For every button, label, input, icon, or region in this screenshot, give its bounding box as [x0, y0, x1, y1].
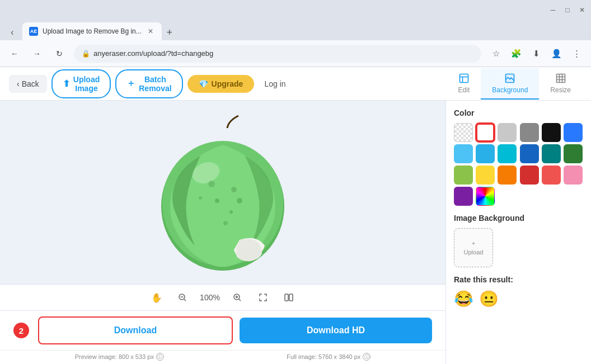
app-toolbar: ‹ Back ⬆ Upload Image ＋ Batch Removal 💎 …: [0, 67, 591, 101]
extension-icon[interactable]: 🧩: [508, 46, 524, 62]
color-purple[interactable]: [454, 187, 473, 206]
rate-title: Rate this result:: [454, 275, 583, 284]
zoom-level: 100%: [200, 293, 220, 302]
download-nav-icon[interactable]: ⬇: [528, 46, 544, 62]
svg-point-6: [231, 187, 237, 192]
titlebar: ─ □ ✕: [0, 0, 591, 20]
active-tab[interactable]: AE Upload Image to Remove Bg in... ✕: [22, 22, 162, 40]
color-green[interactable]: [564, 144, 583, 163]
color-light-gray[interactable]: [498, 123, 517, 142]
batch-label: Batch Removal: [139, 75, 171, 93]
batch-icon: ＋: [126, 78, 135, 89]
image-canvas: [105, 101, 340, 284]
color-blue-mid[interactable]: [520, 144, 539, 163]
preview-info: Preview image: 800 x 533 px ⓘ: [75, 353, 164, 361]
color-red-light[interactable]: [542, 166, 561, 185]
download-button[interactable]: Download: [38, 316, 233, 344]
split-view-button[interactable]: [280, 289, 297, 306]
fullscreen-button[interactable]: [255, 289, 271, 306]
color-black[interactable]: [542, 123, 561, 142]
upload-background-button[interactable]: + Upload: [454, 228, 493, 267]
color-red[interactable]: [520, 166, 539, 185]
color-yellow-green[interactable]: [454, 166, 473, 185]
color-section-title: Color: [454, 108, 583, 117]
login-button[interactable]: Log in: [259, 75, 291, 93]
menu-icon[interactable]: ⋮: [569, 46, 584, 62]
svg-point-11: [237, 198, 242, 204]
color-sky-blue[interactable]: [476, 144, 495, 163]
svg-line-15: [184, 299, 186, 301]
tab-title: Upload Image to Remove Bg in...: [43, 27, 142, 35]
download-hd-button[interactable]: Download HD: [240, 318, 432, 343]
back-label: Back: [22, 79, 39, 88]
minimize-button[interactable]: ─: [548, 6, 557, 15]
resize-icon: [555, 73, 566, 84]
full-info-icon[interactable]: ⓘ: [363, 353, 370, 361]
svg-rect-20: [285, 294, 288, 301]
zoom-in-button[interactable]: [229, 289, 246, 306]
color-teal-dark[interactable]: [542, 144, 561, 163]
upload-bg-plus-icon: +: [472, 240, 475, 247]
svg-line-19: [239, 299, 241, 301]
color-orange[interactable]: [498, 166, 517, 185]
canvas-toolbar: ✋ 100%: [0, 284, 445, 310]
color-yellow[interactable]: [476, 166, 495, 185]
bookmark-icon[interactable]: ☆: [488, 46, 504, 62]
zoom-in-icon: [233, 293, 242, 302]
back-button[interactable]: ‹ Back: [9, 75, 47, 93]
svg-point-9: [208, 181, 215, 187]
color-teal[interactable]: [498, 144, 517, 163]
upgrade-button[interactable]: 💎 Upgrade: [187, 75, 255, 93]
lock-icon: 🔒: [82, 50, 90, 58]
rate-happy[interactable]: 😂: [454, 290, 473, 308]
color-dark-gray[interactable]: [520, 123, 539, 142]
app-content: ✋ 100%: [0, 101, 591, 364]
browser-chrome: ─ □ ✕ ‹ AE Upload Image to Remove Bg in.…: [0, 0, 591, 67]
tab-background[interactable]: Background: [481, 68, 539, 100]
url-input[interactable]: 🔒 anyeraser.com/upload/?td=changebg: [74, 45, 481, 63]
zoom-out-button[interactable]: [174, 289, 191, 306]
color-transparent[interactable]: [454, 123, 473, 142]
svg-point-10: [223, 221, 228, 225]
image-background-section: Image Background + Upload: [454, 214, 583, 267]
batch-removal-button[interactable]: ＋ Batch Removal: [115, 69, 182, 98]
maximize-button[interactable]: □: [563, 6, 572, 15]
bottom-bar: 2 Download Download HD: [0, 310, 445, 350]
forward-nav-button[interactable]: →: [29, 46, 45, 62]
color-blue-light[interactable]: [454, 144, 473, 163]
color-royal-blue[interactable]: [564, 123, 583, 142]
split-view-icon: [284, 293, 293, 302]
tab-bar: ‹ AE Upload Image to Remove Bg in... ✕ +: [0, 20, 591, 40]
rate-neutral[interactable]: 😐: [479, 290, 499, 308]
canvas-main: [0, 101, 445, 284]
upload-image-button[interactable]: ⬆ Upload Image: [51, 69, 111, 98]
color-pink[interactable]: [564, 166, 583, 185]
close-button[interactable]: ✕: [578, 6, 587, 15]
tab-resize[interactable]: Resize: [539, 68, 582, 100]
new-tab-button[interactable]: +: [162, 25, 177, 40]
upgrade-icon: 💎: [199, 79, 208, 88]
preview-info-icon[interactable]: ⓘ: [156, 353, 164, 361]
tab-close-button[interactable]: ✕: [146, 27, 155, 36]
url-text: anyeraser.com/upload/?td=changebg: [93, 49, 213, 58]
svg-point-8: [229, 210, 233, 214]
tab-edit[interactable]: Edit: [447, 68, 481, 100]
color-white-selected[interactable]: [476, 123, 495, 142]
image-info-bar: Preview image: 800 x 533 px ⓘ Full image…: [0, 350, 445, 364]
background-label: Background: [492, 86, 528, 94]
address-bar: ← → ↻ 🔒 anyeraser.com/upload/?td=changeb…: [0, 40, 591, 67]
reload-button[interactable]: ↻: [51, 46, 67, 62]
tab-favicon: AE: [29, 27, 38, 36]
color-custom[interactable]: [476, 187, 495, 206]
sidebar: Color: [445, 101, 591, 364]
tab-prev-icon[interactable]: ‹: [4, 25, 20, 40]
pan-tool-button[interactable]: ✋: [148, 289, 165, 306]
back-nav-button[interactable]: ←: [7, 46, 22, 62]
upload-bg-label: Upload: [464, 249, 484, 256]
svg-rect-2: [556, 74, 565, 82]
window-controls: ─ □ ✕: [548, 6, 587, 15]
apple-image: [144, 111, 301, 273]
resize-label: Resize: [550, 86, 571, 94]
profile-icon[interactable]: 👤: [548, 46, 564, 62]
image-bg-title: Image Background: [454, 214, 583, 223]
